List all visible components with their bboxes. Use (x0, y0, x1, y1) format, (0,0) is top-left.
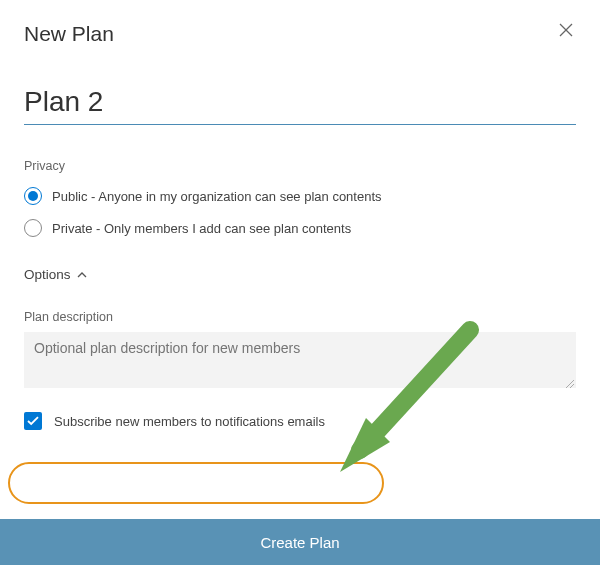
plan-description-label: Plan description (24, 310, 576, 324)
plan-description-textarea[interactable] (24, 332, 576, 388)
new-plan-dialog: New Plan Privacy Public - Anyone in my o… (0, 0, 600, 565)
privacy-section-label: Privacy (24, 159, 576, 173)
subscribe-checkbox-row[interactable]: Subscribe new members to notifications e… (24, 406, 576, 436)
create-plan-label: Create Plan (260, 534, 339, 551)
create-plan-button[interactable]: Create Plan (0, 519, 600, 565)
options-toggle[interactable]: Options (24, 267, 576, 282)
options-toggle-label: Options (24, 267, 71, 282)
close-icon (559, 23, 573, 37)
plan-description-wrapper (24, 332, 576, 392)
dialog-title: New Plan (24, 22, 114, 46)
chevron-up-icon (77, 270, 87, 280)
plan-name-input[interactable] (24, 82, 576, 125)
privacy-private-option[interactable]: Private - Only members I add can see pla… (24, 219, 576, 237)
privacy-public-option[interactable]: Public - Anyone in my organization can s… (24, 187, 576, 205)
subscribe-checkbox (24, 412, 42, 430)
dialog-header: New Plan (24, 22, 576, 46)
privacy-private-label: Private - Only members I add can see pla… (52, 221, 351, 236)
checkmark-icon (27, 416, 39, 426)
subscribe-label: Subscribe new members to notifications e… (54, 414, 325, 429)
privacy-public-label: Public - Anyone in my organization can s… (52, 189, 382, 204)
radio-selected-icon (24, 187, 42, 205)
radio-unselected-icon (24, 219, 42, 237)
close-button[interactable] (554, 18, 578, 42)
